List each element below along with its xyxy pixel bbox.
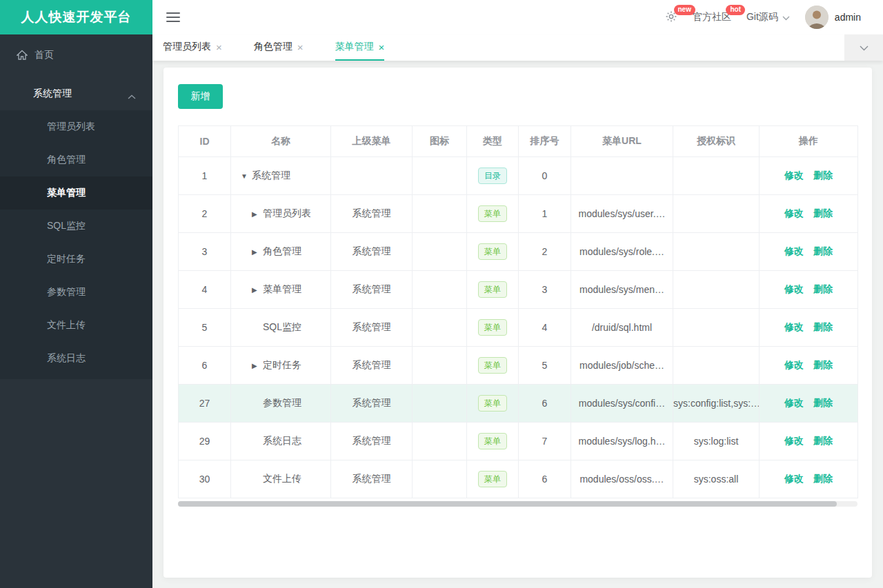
sidebar-item-menu-mgmt[interactable]: 菜单管理 bbox=[0, 176, 152, 210]
horizontal-scrollbar-thumb[interactable] bbox=[178, 501, 837, 507]
app-title: 人人快速开发平台 bbox=[21, 8, 132, 26]
col-header-ops: 操作 bbox=[760, 126, 858, 157]
type-badge: 菜单 bbox=[478, 471, 507, 487]
type-badge: 菜单 bbox=[478, 205, 507, 222]
tab-role-mgmt[interactable]: 角色管理 × bbox=[254, 34, 304, 61]
close-tab-icon[interactable]: × bbox=[216, 42, 222, 52]
expand-row-icon[interactable]: ▶ bbox=[252, 362, 263, 369]
col-header-url: 菜单URL bbox=[571, 126, 673, 157]
close-tab-icon[interactable]: × bbox=[297, 42, 304, 52]
edit-link[interactable]: 修改 bbox=[784, 245, 804, 256]
horizontal-scrollbar-track[interactable] bbox=[178, 501, 857, 507]
sidebar-item-home[interactable]: 首页 bbox=[0, 39, 152, 72]
hot-badge: hot bbox=[726, 5, 745, 15]
col-header-perms: 授权标识 bbox=[673, 126, 760, 157]
type-badge: 菜单 bbox=[478, 319, 507, 336]
edit-link[interactable]: 修改 bbox=[784, 435, 804, 446]
col-header-order: 排序号 bbox=[519, 126, 571, 157]
delete-link[interactable]: 删除 bbox=[813, 473, 833, 484]
sidebar-submenu: 管理员列表 角色管理 菜单管理 SQL监控 定时任务 参数管理 文件上传 系统日… bbox=[0, 110, 152, 379]
edit-link[interactable]: 修改 bbox=[784, 473, 804, 484]
community-link[interactable]: 官方社区 hot bbox=[693, 11, 731, 23]
tab-list-dropdown-button[interactable] bbox=[844, 34, 883, 61]
expand-row-icon[interactable]: ▶ bbox=[252, 286, 263, 294]
sidebar-item-file-upload[interactable]: 文件上传 bbox=[0, 309, 152, 342]
delete-link[interactable]: 删除 bbox=[813, 245, 833, 256]
top-header: new 官方社区 hot Git源码 admin bbox=[152, 0, 883, 34]
table-row[interactable]: 5 SQL监控 系统管理 菜单 4 /druid/sql.html 修改删除 bbox=[179, 309, 858, 347]
type-badge: 菜单 bbox=[478, 281, 507, 298]
delete-link[interactable]: 删除 bbox=[813, 435, 833, 446]
table-row[interactable]: 4 ▶菜单管理 系统管理 菜单 3 modules/sys/men… 修改删除 bbox=[179, 271, 858, 309]
col-header-icon: 图标 bbox=[413, 126, 467, 157]
sidebar-item-scheduled-tasks[interactable]: 定时任务 bbox=[0, 243, 152, 276]
table-row-highlighted[interactable]: 27 参数管理 系统管理 菜单 6 modules/sys/confi… sys… bbox=[179, 385, 858, 423]
username: admin bbox=[835, 12, 861, 23]
delete-link[interactable]: 删除 bbox=[813, 321, 833, 332]
menu-toggle-icon[interactable] bbox=[166, 12, 180, 22]
user-menu[interactable]: admin bbox=[805, 6, 861, 29]
sidebar-item-param-mgmt[interactable]: 参数管理 bbox=[0, 276, 152, 309]
sidebar-item-sql-monitor[interactable]: SQL监控 bbox=[0, 210, 152, 243]
edit-link[interactable]: 修改 bbox=[784, 397, 804, 408]
sidebar-item-admin-list[interactable]: 管理员列表 bbox=[0, 110, 152, 143]
add-button[interactable]: 新增 bbox=[178, 84, 223, 109]
delete-link[interactable]: 删除 bbox=[813, 397, 833, 408]
settings-button[interactable]: new bbox=[665, 10, 677, 25]
type-badge: 菜单 bbox=[478, 395, 507, 412]
table-row[interactable]: 1 ▼系统管理 目录 0 修改删除 bbox=[179, 157, 858, 195]
expand-row-icon[interactable]: ▶ bbox=[252, 248, 263, 256]
edit-link[interactable]: 修改 bbox=[784, 170, 804, 181]
delete-link[interactable]: 删除 bbox=[813, 283, 833, 294]
edit-link[interactable]: 修改 bbox=[784, 207, 804, 219]
type-badge: 菜单 bbox=[478, 357, 507, 374]
type-badge: 目录 bbox=[478, 168, 507, 184]
close-tab-icon[interactable]: × bbox=[379, 42, 385, 52]
table-row[interactable]: 3 ▶角色管理 系统管理 菜单 2 modules/sys/role.… 修改删… bbox=[179, 233, 858, 271]
content-card: 新增 ID 名称 上级菜单 图标 类型 排序号 菜单URL 授权标识 操作 1 … bbox=[163, 68, 872, 578]
delete-link[interactable]: 删除 bbox=[813, 207, 833, 219]
sidebar-home-label: 首页 bbox=[34, 49, 54, 61]
table-row[interactable]: 2 ▶管理员列表 系统管理 菜单 1 modules/sys/user.… 修改… bbox=[179, 195, 858, 233]
sidebar: 人人快速开发平台 首页 系统管理 管理员列表 角色管理 菜单管理 SQL监控 定… bbox=[0, 0, 152, 588]
sidebar-group-system[interactable]: 系统管理 bbox=[0, 77, 152, 110]
type-badge: 菜单 bbox=[478, 243, 507, 260]
delete-link[interactable]: 删除 bbox=[813, 170, 833, 181]
sidebar-group-label: 系统管理 bbox=[33, 88, 72, 100]
tab-menu-mgmt[interactable]: 菜单管理 × bbox=[335, 34, 385, 61]
sidebar-item-role-mgmt[interactable]: 角色管理 bbox=[0, 143, 152, 176]
edit-link[interactable]: 修改 bbox=[784, 321, 804, 332]
expand-row-icon[interactable]: ▶ bbox=[252, 210, 263, 218]
col-header-id: ID bbox=[179, 126, 231, 157]
edit-link[interactable]: 修改 bbox=[784, 283, 804, 294]
delete-link[interactable]: 删除 bbox=[813, 359, 833, 370]
sidebar-item-system-log[interactable]: 系统日志 bbox=[0, 342, 152, 375]
table-row[interactable]: 29 系统日志 系统管理 菜单 7 modules/sys/log.h… sys… bbox=[179, 423, 858, 460]
chevron-up-icon bbox=[128, 91, 136, 102]
type-badge: 菜单 bbox=[478, 433, 507, 449]
home-icon bbox=[17, 50, 28, 61]
col-header-type: 类型 bbox=[467, 126, 519, 157]
collapse-row-icon[interactable]: ▼ bbox=[241, 172, 252, 180]
table-header-row: ID 名称 上级菜单 图标 类型 排序号 菜单URL 授权标识 操作 bbox=[179, 126, 858, 157]
col-header-parent: 上级菜单 bbox=[331, 126, 413, 157]
git-source-link[interactable]: Git源码 bbox=[746, 11, 790, 23]
table-row[interactable]: 6 ▶定时任务 系统管理 菜单 5 modules/job/sche… 修改删除 bbox=[179, 347, 858, 385]
tab-bar: 管理员列表 × 角色管理 × 菜单管理 × bbox=[152, 34, 883, 61]
col-header-name: 名称 bbox=[231, 126, 331, 157]
chevron-down-icon bbox=[860, 42, 869, 53]
edit-link[interactable]: 修改 bbox=[784, 359, 804, 370]
chevron-down-icon bbox=[782, 12, 790, 23]
avatar bbox=[805, 6, 829, 29]
menu-table: ID 名称 上级菜单 图标 类型 排序号 菜单URL 授权标识 操作 1 ▼系统… bbox=[178, 125, 858, 498]
table-row[interactable]: 30 文件上传 系统管理 菜单 6 modules/oss/oss.… sys:… bbox=[179, 460, 858, 498]
tab-admin-list[interactable]: 管理员列表 × bbox=[163, 34, 222, 61]
app-logo: 人人快速开发平台 bbox=[0, 0, 152, 34]
